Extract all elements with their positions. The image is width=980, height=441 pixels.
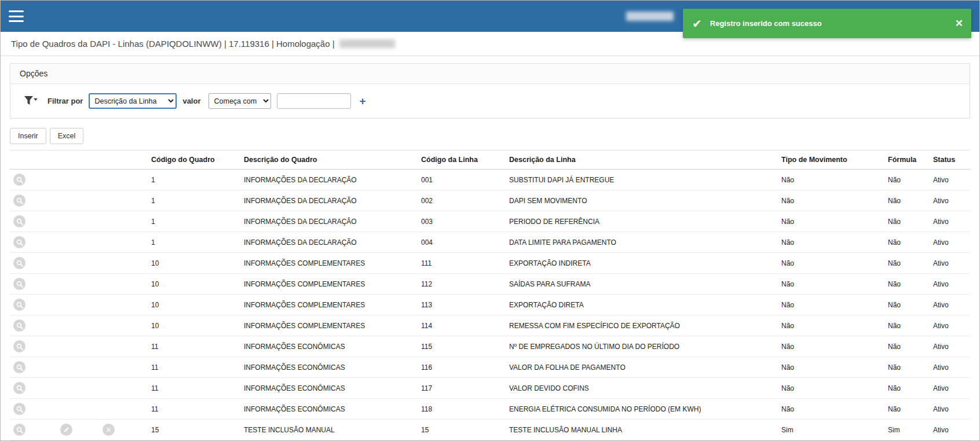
hamburger-menu-icon[interactable]: [8, 9, 25, 24]
cell-tipo-movimento: Não: [778, 378, 884, 399]
cell-formula: Não: [884, 190, 930, 211]
col-tipo-movimento: Tipo de Movimento: [778, 150, 884, 170]
cell-descricao-linha: ENERGIA ELÉTRICA CONSUMIDA NO PERÍODO (E…: [506, 399, 778, 420]
table-row: ✕ 1 INFORMAÇÕES DA DECLARAÇÃO 002 DAPI S…: [10, 190, 970, 211]
view-icon[interactable]: [13, 299, 25, 311]
toast-message: Registro inserido com sucesso: [710, 19, 955, 28]
table-row: ✕ 15 TESTE INCLUSÃO MANUAL 15 TESTE INCL…: [10, 420, 970, 440]
view-icon[interactable]: [13, 340, 25, 352]
cell-formula: Não: [884, 336, 930, 357]
row-actions-cell: ✕: [10, 190, 148, 211]
cell-codigo-linha: 112: [418, 274, 506, 295]
cell-formula: Não: [884, 399, 930, 420]
cell-descricao-linha: DAPI SEM MOVIMENTO: [506, 190, 778, 211]
cell-descricao-linha: REMESSA COM FIM ESPECÍFICO DE EXPORTAÇÃO: [506, 315, 778, 336]
cell-tipo-movimento: Não: [778, 190, 884, 211]
row-actions-cell: ✕: [10, 315, 148, 336]
insert-button[interactable]: Inserir: [10, 128, 46, 144]
cell-descricao-quadro: INFORMAÇÕES COMPLEMENTARES: [240, 315, 418, 336]
view-icon[interactable]: [13, 194, 25, 207]
cell-status: Ativo: [930, 190, 970, 211]
redacted-user-info: [626, 12, 674, 21]
delete-icon[interactable]: ✕: [103, 424, 115, 436]
col-descricao-linha: Descrição da Linha: [506, 150, 778, 170]
cell-status: Ativo: [930, 232, 970, 253]
col-descricao-quadro: Descrição do Quadro: [240, 150, 418, 170]
cell-descricao-linha: VALOR DEVIDO COFINS: [506, 378, 778, 399]
cell-descricao-quadro: INFORMAÇÕES COMPLEMENTARES: [240, 253, 418, 274]
view-icon[interactable]: [13, 361, 25, 373]
row-actions-cell: ✕: [10, 399, 148, 420]
row-actions-cell: ✕: [10, 357, 148, 378]
view-icon[interactable]: [13, 319, 25, 332]
cell-tipo-movimento: Não: [778, 170, 884, 190]
cell-codigo-linha: 15: [418, 420, 506, 440]
row-actions-cell: ✕: [10, 420, 148, 440]
view-icon[interactable]: [13, 174, 25, 186]
cell-descricao-quadro: INFORMAÇÕES DA DECLARAÇÃO: [240, 190, 418, 211]
table-row: ✕ 10 INFORMAÇÕES COMPLEMENTARES 112 SAÍD…: [10, 274, 970, 295]
filter-funnel-icon[interactable]: [23, 95, 38, 108]
add-filter-icon[interactable]: +: [359, 95, 365, 106]
data-grid: Código do Quadro Descrição do Quadro Cód…: [10, 150, 970, 441]
view-icon[interactable]: [13, 403, 25, 415]
options-panel-title: Opções: [10, 64, 970, 84]
cell-descricao-quadro: TESTE INCLUSÃO MANUAL: [240, 420, 418, 440]
value-label: valor: [182, 97, 200, 105]
cell-tipo-movimento: Não: [778, 315, 884, 336]
cell-codigo-quadro: 10: [148, 274, 240, 295]
cell-status: Ativo: [930, 399, 970, 420]
cell-descricao-quadro: INFORMAÇÕES DA DECLARAÇÃO: [240, 170, 418, 190]
cell-descricao-quadro: INFORMAÇÕES ECONÔMICAS: [240, 399, 418, 420]
row-actions-cell: ✕: [10, 170, 148, 190]
table-row: ✕ 1 INFORMAÇÕES DA DECLARAÇÃO 001 SUBSTI…: [10, 170, 970, 190]
cell-descricao-quadro: INFORMAÇÕES DA DECLARAÇÃO: [240, 232, 418, 253]
cell-formula: Não: [884, 211, 930, 232]
view-icon[interactable]: [13, 278, 25, 290]
row-actions-cell: ✕: [10, 232, 148, 253]
row-actions-cell: ✕: [10, 378, 148, 399]
cell-formula: Não: [884, 315, 930, 336]
cell-codigo-quadro: 11: [148, 336, 240, 357]
view-icon[interactable]: [13, 424, 25, 436]
cell-codigo-linha: 116: [418, 357, 506, 378]
cell-codigo-quadro: 1: [148, 190, 240, 211]
table-row: ✕ 10 INFORMAÇÕES COMPLEMENTARES 111 EXPO…: [10, 253, 970, 274]
col-status: Status: [930, 150, 970, 170]
filter-operator-select[interactable]: Começa com: [209, 93, 271, 109]
cell-codigo-linha: 002: [418, 190, 506, 211]
cell-codigo-quadro: 1: [148, 170, 240, 190]
cell-codigo-linha: 004: [418, 232, 506, 253]
cell-descricao-linha: SUBSTITUI DAPI JÁ ENTREGUE: [506, 170, 778, 190]
cell-tipo-movimento: Sim: [778, 420, 884, 440]
table-row: ✕ 11 INFORMAÇÕES ECONÔMICAS 116 VALOR DA…: [10, 357, 970, 378]
view-icon[interactable]: [13, 257, 25, 269]
cell-codigo-quadro: 1: [148, 232, 240, 253]
cell-descricao-linha: EXPORTAÇÃO INDIRETA: [506, 253, 778, 274]
cell-tipo-movimento: Não: [778, 232, 884, 253]
filter-field-select[interactable]: Descrição da Linha: [89, 93, 177, 109]
cell-codigo-quadro: 11: [148, 357, 240, 378]
cell-descricao-linha: Nº DE EMPREGADOS NO ÚLTIMO DIA DO PERÍOD…: [506, 336, 778, 357]
cell-codigo-quadro: 11: [148, 399, 240, 420]
col-codigo-quadro: Código do Quadro: [148, 150, 240, 170]
view-icon[interactable]: [13, 236, 25, 248]
filter-value-input[interactable]: [277, 93, 351, 109]
table-row: ✕ 11 INFORMAÇÕES ECONÔMICAS 117 VALOR DE…: [10, 378, 970, 399]
row-actions-cell: ✕: [10, 336, 148, 357]
col-formula: Fórmula: [884, 150, 930, 170]
view-icon[interactable]: [13, 215, 25, 227]
cell-status: Ativo: [930, 211, 970, 232]
view-icon[interactable]: [13, 382, 25, 394]
cell-descricao-linha: VALOR DA FOLHA DE PAGAMENTO: [506, 357, 778, 378]
cell-codigo-linha: 114: [418, 315, 506, 336]
cell-codigo-linha: 113: [418, 295, 506, 315]
check-icon: ✔: [692, 17, 702, 31]
toast-close-icon[interactable]: ✕: [955, 19, 963, 28]
cell-descricao-linha: TESTE INCLUSÃO MANUAL LINHA: [506, 420, 778, 440]
cell-tipo-movimento: Não: [778, 399, 884, 420]
edit-icon[interactable]: [60, 424, 72, 436]
page-title: Tipo de Quadros da DAPI - Linhas (DAPIQD…: [11, 39, 335, 49]
excel-button[interactable]: Excel: [50, 128, 84, 144]
cell-descricao-quadro: INFORMAÇÕES ECONÔMICAS: [240, 378, 418, 399]
